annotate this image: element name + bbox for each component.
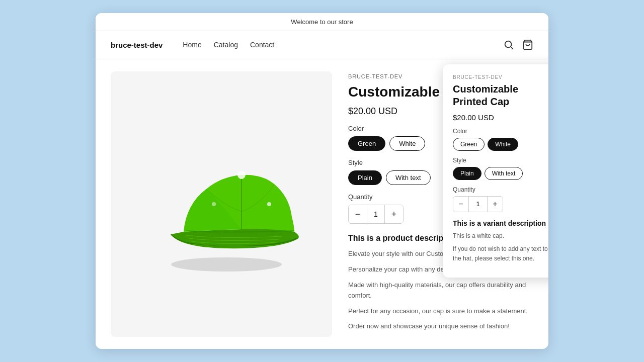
quantity-value: 1 [367,205,385,223]
svg-point-0 [505,41,512,48]
nav-home[interactable]: Home [183,41,201,49]
announcement-bar: Welcome to our store [96,13,548,31]
color-option-green[interactable]: Green [348,136,385,151]
product-desc-p4: Perfect for any occasion, our cap is sur… [348,306,533,317]
quantity-control: − 1 + [348,205,404,224]
popup-quantity-label: Quantity [453,186,548,193]
popup-color-label: Color [453,128,548,135]
popup-color-option-green[interactable]: Green [453,138,485,151]
popup-quantity-control: − 1 + [453,196,503,212]
popup-card: BRUCE-TEST-DEV Customizable Printed Cap … [443,64,548,278]
svg-line-1 [511,47,513,49]
nav-catalog[interactable]: Catalog [214,41,238,49]
color-option-white[interactable]: White [389,136,425,151]
main-nav: Home Catalog Contact [183,41,503,49]
popup-vendor: BRUCE-TEST-DEV [453,74,548,80]
product-desc-p5: Order now and showcase your unique sense… [348,321,533,332]
popup-variant-p2: If you do not wish to add any text to th… [453,244,548,263]
popup-color-option-group: Green White [453,138,548,151]
announcement-text: Welcome to our store [291,18,353,26]
popup-style-label: Style [453,157,548,164]
quantity-increase-button[interactable]: + [385,205,403,223]
popup-style-option-plain[interactable]: Plain [453,167,481,180]
main-content: BRUCE-TEST-DEV Customizable Printed Cap … [96,59,548,349]
popup-quantity-increase-button[interactable]: + [488,197,503,212]
svg-point-3 [171,257,282,272]
popup-price: $20.00 USD [453,113,548,122]
quantity-decrease-button[interactable]: − [349,205,367,223]
style-option-plain[interactable]: Plain [348,170,382,185]
header: bruce-test-dev Home Catalog Contact [96,31,548,59]
product-image [141,134,302,275]
popup-variant-p1: This is a white cap. [453,231,548,241]
product-image-container [111,71,332,337]
product-desc-p3: Made with high-quality materials, our ca… [348,280,533,301]
popup-variant-title: This is a variant description [453,219,548,227]
search-icon[interactable] [503,39,514,50]
popup-style-option-group: Plain With text [453,167,548,180]
nav-contact[interactable]: Contact [250,41,274,49]
store-logo[interactable]: bruce-test-dev [111,41,163,49]
popup-style-option-with-text[interactable]: With text [485,167,523,180]
cart-icon[interactable] [522,39,533,50]
popup-color-option-white[interactable]: White [488,138,518,151]
header-icons [503,39,533,50]
svg-point-4 [237,171,246,179]
browser-window: Welcome to our store bruce-test-dev Home… [96,13,548,349]
popup-quantity-decrease-button[interactable]: − [453,197,468,212]
popup-quantity-value: 1 [468,197,488,212]
popup-title: Customizable Printed Cap [453,83,548,108]
style-option-with-text[interactable]: With text [386,170,431,185]
svg-point-6 [267,202,271,206]
